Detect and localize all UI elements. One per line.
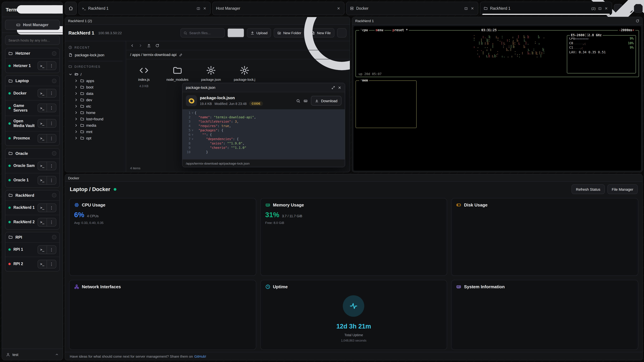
- file-search-input[interactable]: Search files...: [180, 28, 225, 37]
- open-terminal-button[interactable]: >_: [38, 104, 47, 112]
- host-row[interactable]: Game Servers>_⋮: [5, 100, 59, 116]
- open-terminal-button[interactable]: >_: [38, 246, 47, 254]
- host-row[interactable]: RackNerd 1>_⋮: [5, 200, 59, 215]
- host-menu-button[interactable]: ⋮: [47, 104, 56, 112]
- group-collapse-button[interactable]: [52, 235, 56, 239]
- host-menu-button[interactable]: ⋮: [47, 134, 56, 142]
- tree-root[interactable]: /: [68, 71, 122, 77]
- tab-close-icon[interactable]: ✕: [336, 6, 341, 10]
- tree-folder-dev[interactable]: dev: [74, 96, 122, 103]
- open-terminal-button[interactable]: >_: [38, 62, 47, 70]
- open-terminal-button[interactable]: >_: [38, 162, 47, 170]
- host-group-header[interactable]: Laptop: [5, 76, 59, 86]
- host-group-header[interactable]: RPI: [5, 232, 59, 242]
- code-viewer[interactable]: 1∨{2 "name": "termix-download-api",3 "lo…: [182, 109, 345, 159]
- list-view-toggle[interactable]: [236, 28, 244, 37]
- host-menu-button[interactable]: ⋮: [47, 218, 56, 226]
- chevron-up-icon[interactable]: [55, 353, 59, 356]
- open-terminal-button[interactable]: >_: [38, 218, 47, 226]
- open-terminal-button[interactable]: >_: [38, 119, 47, 127]
- open-terminal-button[interactable]: >_: [38, 134, 47, 142]
- group-collapse-button[interactable]: [52, 151, 56, 156]
- refresh-status-button[interactable]: Refresh Status: [572, 184, 605, 194]
- host-group-header[interactable]: Oracle: [5, 148, 59, 158]
- close-icon[interactable]: [338, 86, 342, 89]
- tree-folder-apps[interactable]: apps: [74, 77, 122, 84]
- tab-docker[interactable]: Docker✕: [346, 2, 478, 15]
- terminal-screen[interactable]: ¹cpumenupreset *03:31:25- 2000ms + ⡁ ⡆⡀ …: [354, 26, 641, 171]
- host-row[interactable]: Docker>_⋮: [5, 86, 59, 100]
- tab-close-icon[interactable]: ✕: [470, 6, 474, 10]
- docker-host-title: Laptop / Docker: [70, 186, 110, 192]
- forward-icon[interactable]: [138, 43, 142, 48]
- tab-racknerd-1[interactable]: RackNerd 1(2)✕: [480, 2, 612, 15]
- tab-close-icon[interactable]: ✕: [202, 6, 207, 10]
- tree-folder-media[interactable]: media: [74, 122, 122, 128]
- back-icon[interactable]: [130, 43, 134, 48]
- host-menu-button[interactable]: ⋮: [47, 176, 56, 184]
- upload-button[interactable]: Upload: [247, 28, 271, 37]
- host-menu-button[interactable]: ⋮: [47, 89, 56, 97]
- tree-folder-home[interactable]: home: [74, 109, 122, 116]
- host-row[interactable]: Open Media Vault>_⋮: [5, 116, 59, 131]
- open-terminal-button[interactable]: >_: [38, 260, 47, 268]
- group-collapse-button[interactable]: [52, 79, 56, 83]
- search-in-file-icon[interactable]: [296, 99, 300, 103]
- download-button[interactable]: Download: [311, 96, 342, 106]
- file-manager-button[interactable]: File Manager: [608, 184, 638, 194]
- tab-scroll-up-button[interactable]: [634, 4, 643, 13]
- cpu-usage-card: CPU Usage 6%4 CPUs Avg: 0.33, 0.40, 0.35: [69, 198, 256, 276]
- tree-folder-data[interactable]: data: [74, 90, 122, 96]
- tree-folder-etc[interactable]: etc: [74, 103, 122, 109]
- split-view-icon[interactable]: [464, 6, 468, 10]
- host-search-input[interactable]: [5, 35, 60, 45]
- host-manager-button[interactable]: Host Manager: [5, 20, 60, 30]
- recent-file-item[interactable]: package-lock.json: [68, 52, 122, 60]
- host-row[interactable]: RPI 1>_⋮: [5, 242, 59, 257]
- group-collapse-button[interactable]: [52, 51, 56, 55]
- home-button[interactable]: [65, 2, 77, 15]
- chevron-right-icon: [74, 79, 78, 83]
- sync-icon[interactable]: [636, 19, 639, 23]
- expand-icon[interactable]: [332, 86, 335, 89]
- up-directory-icon[interactable]: [147, 43, 151, 48]
- open-terminal-button[interactable]: >_: [38, 204, 47, 212]
- sidebar-collapse-button[interactable]: [50, 5, 59, 14]
- code-line: 10 }: [182, 150, 345, 154]
- host-menu-button[interactable]: ⋮: [47, 62, 56, 70]
- host-row[interactable]: Hetzner 1>_⋮: [5, 58, 59, 73]
- tab-racknerd-1[interactable]: >_RackNerd 1✕: [78, 2, 211, 15]
- tree-folder-mnt[interactable]: mnt: [74, 128, 122, 135]
- host-menu-button[interactable]: ⋮: [47, 246, 56, 254]
- host-row[interactable]: RackNerd 2>_⋮: [5, 215, 59, 229]
- host-row[interactable]: RPI 2>_⋮: [5, 257, 59, 271]
- host-row[interactable]: Oracle Sam>_⋮: [5, 158, 59, 173]
- sidebar-user-row[interactable]: test: [2, 349, 63, 360]
- tree-folder-opt[interactable]: opt: [74, 135, 122, 141]
- host-menu-button[interactable]: ⋮: [47, 119, 56, 127]
- keyboard-icon[interactable]: [304, 99, 308, 103]
- host-actions: >_⋮: [38, 203, 56, 212]
- host-group-header[interactable]: Hetzner: [5, 48, 59, 58]
- tree-folder-lost+found[interactable]: lost+found: [74, 116, 122, 122]
- tab-close-icon[interactable]: ✕: [604, 6, 608, 10]
- group-name: RackNerd: [16, 193, 49, 198]
- host-menu-button[interactable]: ⋮: [47, 162, 56, 170]
- open-terminal-button[interactable]: >_: [38, 176, 47, 184]
- host-menu-button[interactable]: ⋮: [47, 204, 56, 212]
- open-terminal-button[interactable]: >_: [38, 89, 47, 97]
- github-link[interactable]: GitHub!: [194, 354, 206, 358]
- file-item[interactable]: index.js4.3 KB: [133, 65, 155, 88]
- refresh-files-button[interactable]: [337, 28, 346, 37]
- group-collapse-button[interactable]: [52, 193, 56, 197]
- host-menu-button[interactable]: ⋮: [47, 260, 56, 268]
- split-view-icon[interactable]: [196, 6, 200, 10]
- refresh-icon[interactable]: [155, 43, 159, 48]
- tree-folder-boot[interactable]: boot: [74, 84, 122, 90]
- tab-host-manager[interactable]: Host Manager✕: [212, 2, 344, 15]
- host-row[interactable]: Oracle 1>_⋮: [5, 173, 59, 187]
- edit-path-icon[interactable]: [179, 53, 183, 56]
- split-view-icon[interactable]: [598, 6, 602, 10]
- host-group-header[interactable]: RackNerd: [5, 190, 59, 200]
- host-row[interactable]: Proxmox>_⋮: [5, 131, 59, 145]
